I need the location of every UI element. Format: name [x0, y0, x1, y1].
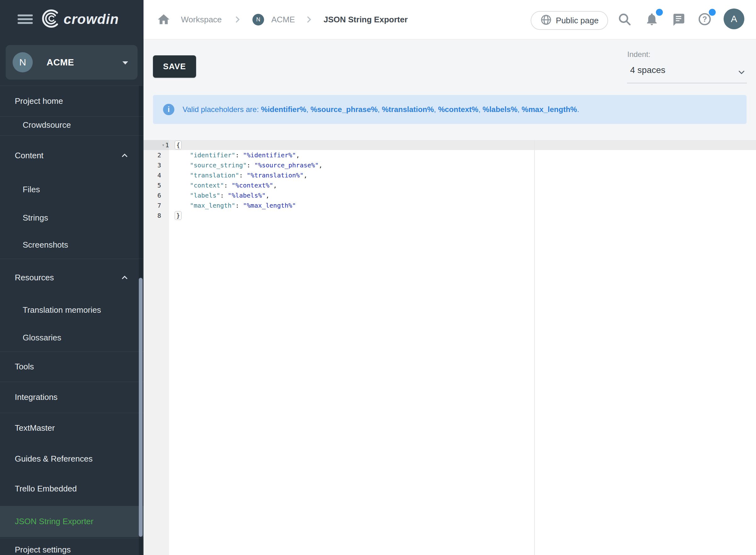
code-token-key: "max_length" — [190, 202, 236, 209]
svg-text:?: ? — [703, 15, 707, 23]
breadcrumb-workspace[interactable]: Workspace — [181, 0, 222, 39]
code-token-plain: , — [319, 161, 323, 169]
home-icon[interactable] — [157, 12, 171, 28]
sidebar-item-project-settings[interactable]: Project settings — [0, 536, 143, 555]
line-number-text: 3 — [157, 161, 161, 169]
editor-code-area[interactable]: { "identifier": "%identifier%", "source_… — [169, 140, 756, 555]
sidebar-item-label: Glossaries — [23, 333, 61, 343]
sidebar-item-files[interactable]: Files — [0, 176, 143, 203]
sidebar-item-integrations[interactable]: Integrations — [0, 383, 143, 411]
workspace-selector[interactable]: N ACME — [6, 45, 137, 80]
crowdin-wordmark: crowdin — [64, 11, 119, 27]
code-line: "source_string": "%source_phrase%", — [175, 160, 323, 170]
fold-arrow-icon[interactable]: ▾ — [162, 140, 165, 150]
chevron-right-icon — [304, 14, 314, 26]
code-token-plain: : — [220, 191, 228, 199]
code-token-key: "context" — [190, 181, 224, 189]
sidebar-header: crowdin — [0, 0, 143, 39]
sidebar-divider — [0, 413, 143, 413]
chevron-down-icon — [737, 68, 746, 78]
public-page-button[interactable]: Public page — [531, 11, 608, 30]
info-icon: i — [163, 104, 174, 115]
code-token-bracket: { — [175, 141, 181, 150]
banner-placeholder: %context% — [438, 105, 478, 114]
search-icon[interactable] — [617, 12, 632, 27]
code-token-plain — [175, 202, 190, 209]
user-avatar[interactable]: A — [724, 8, 744, 29]
line-number-text: 4 — [157, 171, 161, 179]
chat-icon[interactable] — [671, 12, 685, 27]
breadcrumb-project-avatar[interactable]: N — [252, 14, 264, 26]
sidebar-item-resources[interactable]: Resources — [0, 264, 143, 291]
help-badge-dot — [709, 9, 716, 16]
banner-placeholder: %identifier% — [261, 105, 306, 114]
code-token-plain: : — [239, 171, 247, 179]
sidebar-item-trello-embedded[interactable]: Trello Embedded — [0, 475, 143, 503]
sidebar-item-json-string-exporter[interactable]: JSON String Exporter — [0, 506, 143, 537]
crowdin-bird-icon — [41, 9, 60, 30]
save-button[interactable]: SAVE — [153, 55, 196, 78]
crowdin-logo[interactable]: crowdin — [41, 9, 119, 30]
indent-selected-value: 4 spaces — [630, 65, 665, 75]
banner-separator: , — [378, 105, 382, 114]
code-token-key: "translation" — [190, 171, 239, 179]
code-token-value: "%labels%" — [228, 191, 266, 199]
banner-prefix: Valid placeholders are: — [182, 105, 261, 114]
sidebar-item-project-home[interactable]: Project home — [0, 87, 143, 115]
indent-label: Indent: — [627, 50, 650, 59]
sidebar-item-content[interactable]: Content — [0, 141, 143, 169]
sidebar-item-label: Strings — [23, 213, 48, 223]
banner-placeholder: %labels% — [482, 105, 517, 114]
sidebar-item-label: Trello Embedded — [15, 484, 77, 494]
banner-separator: , — [478, 105, 482, 114]
sidebar-scrollbar-thumb[interactable] — [139, 278, 142, 537]
banner-separator: . — [577, 105, 579, 114]
sidebar-item-tools[interactable]: Tools — [0, 353, 143, 380]
main-content: SAVE Indent: 4 spaces i Valid placeholde… — [143, 39, 756, 555]
hamburger-menu-icon[interactable] — [17, 14, 33, 25]
sidebar-item-glossaries[interactable]: Glossaries — [0, 324, 143, 351]
sidebar-item-guides-references[interactable]: Guides & References — [0, 445, 143, 473]
public-page-label: Public page — [556, 16, 599, 26]
sidebar-item-strings[interactable]: Strings — [0, 204, 143, 231]
sidebar-item-label: Crowdsource — [23, 120, 71, 130]
code-token-plain — [175, 151, 190, 159]
code-token-value: "%source_phrase%" — [254, 161, 319, 169]
sidebar-item-label: Content — [15, 151, 43, 161]
line-number: 6 — [143, 190, 161, 201]
sidebar-divider — [0, 86, 143, 86]
line-number: 2 — [143, 150, 161, 160]
info-banner: i Valid placeholders are: %identifier%, … — [153, 95, 747, 124]
code-token-key: "labels" — [190, 191, 220, 199]
sidebar-item-translation-memories[interactable]: Translation memories — [0, 296, 143, 324]
line-number-text: 2 — [157, 151, 161, 159]
banner-separator: , — [517, 105, 521, 114]
code-token-plain: , — [303, 171, 307, 179]
sidebar-divider — [0, 351, 143, 352]
code-token-key: "identifier" — [190, 151, 236, 159]
line-number-text: 6 — [157, 191, 161, 199]
banner-placeholder: %translation% — [382, 105, 434, 114]
globe-icon — [540, 14, 552, 27]
code-line: } — [175, 211, 181, 220]
chevron-up-icon — [120, 273, 129, 282]
banner-placeholder: %source_phrase% — [310, 105, 377, 114]
banner-separator: , — [306, 105, 310, 114]
code-token-plain: : — [236, 202, 243, 209]
line-number: 4 — [143, 170, 161, 180]
sidebar-item-label: Screenshots — [23, 240, 68, 250]
sidebar: crowdin N ACME Project homeCrowdsourceCo… — [0, 0, 143, 555]
breadcrumb-project[interactable]: ACME — [271, 0, 295, 39]
code-token-plain: : — [224, 181, 232, 189]
indent-select[interactable]: 4 spaces — [627, 61, 747, 83]
sidebar-item-textmaster[interactable]: TextMaster — [0, 414, 143, 442]
sidebar-item-crowdsource[interactable]: Crowdsource — [0, 111, 143, 139]
code-editor: 1▾2345678 { "identifier": "%identifier%"… — [143, 140, 756, 555]
line-number: 8 — [143, 211, 161, 220]
code-token-plain: , — [296, 151, 300, 159]
code-line: "translation": "%translation%", — [175, 170, 307, 180]
breadcrumb-current-page: JSON String Exporter — [324, 0, 408, 39]
caret-down-icon — [122, 61, 128, 65]
sidebar-item-screenshots[interactable]: Screenshots — [0, 231, 143, 259]
code-token-plain: , — [273, 181, 277, 189]
